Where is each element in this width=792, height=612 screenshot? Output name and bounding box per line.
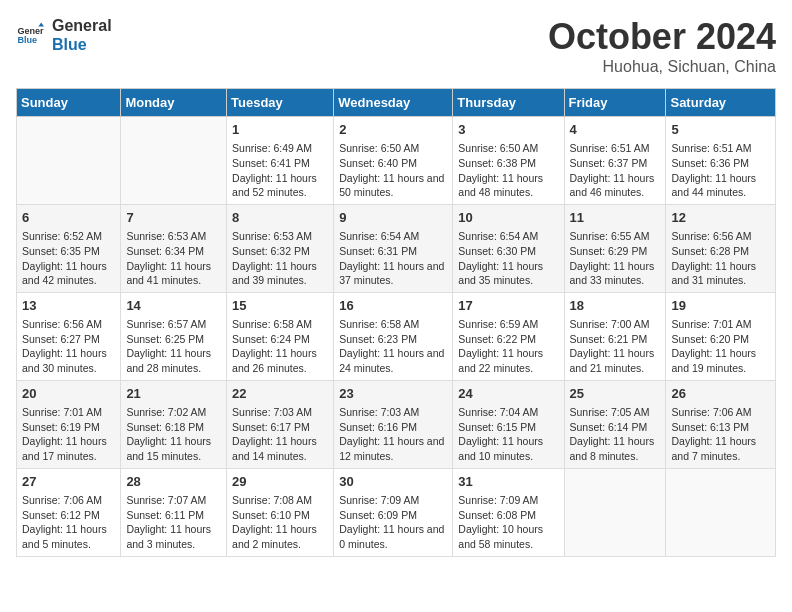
day-number: 10 <box>458 209 558 227</box>
sunset-text: Sunset: 6:29 PM <box>570 244 661 259</box>
cell-content: Sunrise: 7:06 AMSunset: 6:13 PMDaylight:… <box>671 405 770 464</box>
sunrise-text: Sunrise: 7:06 AM <box>671 405 770 420</box>
daylight-text: Daylight: 10 hours and 58 minutes. <box>458 522 558 551</box>
calendar-cell: 26Sunrise: 7:06 AMSunset: 6:13 PMDayligh… <box>666 380 776 468</box>
daylight-text: Daylight: 11 hours and 37 minutes. <box>339 259 447 288</box>
sunrise-text: Sunrise: 7:00 AM <box>570 317 661 332</box>
cell-content: Sunrise: 6:51 AMSunset: 6:36 PMDaylight:… <box>671 141 770 200</box>
logo-icon: General Blue <box>16 21 44 49</box>
header-row: SundayMondayTuesdayWednesdayThursdayFrid… <box>17 89 776 117</box>
calendar-cell: 18Sunrise: 7:00 AMSunset: 6:21 PMDayligh… <box>564 292 666 380</box>
calendar-cell: 10Sunrise: 6:54 AMSunset: 6:30 PMDayligh… <box>453 204 564 292</box>
cell-content: Sunrise: 6:56 AMSunset: 6:27 PMDaylight:… <box>22 317 115 376</box>
sunset-text: Sunset: 6:11 PM <box>126 508 221 523</box>
week-row-3: 13Sunrise: 6:56 AMSunset: 6:27 PMDayligh… <box>17 292 776 380</box>
cell-content: Sunrise: 6:49 AMSunset: 6:41 PMDaylight:… <box>232 141 328 200</box>
sunrise-text: Sunrise: 7:08 AM <box>232 493 328 508</box>
cell-content: Sunrise: 6:58 AMSunset: 6:24 PMDaylight:… <box>232 317 328 376</box>
sunset-text: Sunset: 6:35 PM <box>22 244 115 259</box>
sunset-text: Sunset: 6:22 PM <box>458 332 558 347</box>
cell-content: Sunrise: 7:05 AMSunset: 6:14 PMDaylight:… <box>570 405 661 464</box>
sunset-text: Sunset: 6:25 PM <box>126 332 221 347</box>
daylight-text: Daylight: 11 hours and 0 minutes. <box>339 522 447 551</box>
sunset-text: Sunset: 6:28 PM <box>671 244 770 259</box>
cell-content: Sunrise: 6:54 AMSunset: 6:30 PMDaylight:… <box>458 229 558 288</box>
day-number: 19 <box>671 297 770 315</box>
day-header-saturday: Saturday <box>666 89 776 117</box>
location: Huohua, Sichuan, China <box>548 58 776 76</box>
cell-content: Sunrise: 6:50 AMSunset: 6:40 PMDaylight:… <box>339 141 447 200</box>
calendar-cell: 24Sunrise: 7:04 AMSunset: 6:15 PMDayligh… <box>453 380 564 468</box>
sunset-text: Sunset: 6:09 PM <box>339 508 447 523</box>
calendar-table: SundayMondayTuesdayWednesdayThursdayFrid… <box>16 88 776 557</box>
sunrise-text: Sunrise: 6:58 AM <box>339 317 447 332</box>
day-number: 12 <box>671 209 770 227</box>
calendar-cell: 15Sunrise: 6:58 AMSunset: 6:24 PMDayligh… <box>227 292 334 380</box>
calendar-cell: 25Sunrise: 7:05 AMSunset: 6:14 PMDayligh… <box>564 380 666 468</box>
calendar-cell <box>17 117 121 205</box>
calendar-cell <box>121 117 227 205</box>
daylight-text: Daylight: 11 hours and 33 minutes. <box>570 259 661 288</box>
calendar-cell: 9Sunrise: 6:54 AMSunset: 6:31 PMDaylight… <box>334 204 453 292</box>
sunset-text: Sunset: 6:13 PM <box>671 420 770 435</box>
daylight-text: Daylight: 11 hours and 46 minutes. <box>570 171 661 200</box>
cell-content: Sunrise: 7:03 AMSunset: 6:17 PMDaylight:… <box>232 405 328 464</box>
day-number: 26 <box>671 385 770 403</box>
sunrise-text: Sunrise: 7:07 AM <box>126 493 221 508</box>
calendar-cell: 30Sunrise: 7:09 AMSunset: 6:09 PMDayligh… <box>334 468 453 556</box>
calendar-cell: 29Sunrise: 7:08 AMSunset: 6:10 PMDayligh… <box>227 468 334 556</box>
month-title: October 2024 <box>548 16 776 58</box>
title-section: October 2024 Huohua, Sichuan, China <box>548 16 776 76</box>
daylight-text: Daylight: 11 hours and 8 minutes. <box>570 434 661 463</box>
cell-content: Sunrise: 7:09 AMSunset: 6:08 PMDaylight:… <box>458 493 558 552</box>
day-header-sunday: Sunday <box>17 89 121 117</box>
calendar-cell: 21Sunrise: 7:02 AMSunset: 6:18 PMDayligh… <box>121 380 227 468</box>
calendar-cell: 3Sunrise: 6:50 AMSunset: 6:38 PMDaylight… <box>453 117 564 205</box>
day-header-monday: Monday <box>121 89 227 117</box>
page-header: General Blue General Blue October 2024 H… <box>16 16 776 76</box>
logo: General Blue General Blue <box>16 16 112 54</box>
calendar-cell: 13Sunrise: 6:56 AMSunset: 6:27 PMDayligh… <box>17 292 121 380</box>
cell-content: Sunrise: 6:58 AMSunset: 6:23 PMDaylight:… <box>339 317 447 376</box>
day-number: 22 <box>232 385 328 403</box>
sunset-text: Sunset: 6:15 PM <box>458 420 558 435</box>
sunrise-text: Sunrise: 6:53 AM <box>126 229 221 244</box>
sunrise-text: Sunrise: 6:55 AM <box>570 229 661 244</box>
logo-line1: General <box>52 16 112 35</box>
sunrise-text: Sunrise: 6:59 AM <box>458 317 558 332</box>
cell-content: Sunrise: 7:04 AMSunset: 6:15 PMDaylight:… <box>458 405 558 464</box>
calendar-cell: 7Sunrise: 6:53 AMSunset: 6:34 PMDaylight… <box>121 204 227 292</box>
daylight-text: Daylight: 11 hours and 39 minutes. <box>232 259 328 288</box>
sunrise-text: Sunrise: 7:01 AM <box>22 405 115 420</box>
daylight-text: Daylight: 11 hours and 12 minutes. <box>339 434 447 463</box>
week-row-2: 6Sunrise: 6:52 AMSunset: 6:35 PMDaylight… <box>17 204 776 292</box>
daylight-text: Daylight: 11 hours and 35 minutes. <box>458 259 558 288</box>
daylight-text: Daylight: 11 hours and 50 minutes. <box>339 171 447 200</box>
calendar-cell: 6Sunrise: 6:52 AMSunset: 6:35 PMDaylight… <box>17 204 121 292</box>
calendar-cell: 31Sunrise: 7:09 AMSunset: 6:08 PMDayligh… <box>453 468 564 556</box>
cell-content: Sunrise: 6:53 AMSunset: 6:32 PMDaylight:… <box>232 229 328 288</box>
cell-content: Sunrise: 7:09 AMSunset: 6:09 PMDaylight:… <box>339 493 447 552</box>
calendar-cell: 20Sunrise: 7:01 AMSunset: 6:19 PMDayligh… <box>17 380 121 468</box>
calendar-cell: 1Sunrise: 6:49 AMSunset: 6:41 PMDaylight… <box>227 117 334 205</box>
calendar-cell: 16Sunrise: 6:58 AMSunset: 6:23 PMDayligh… <box>334 292 453 380</box>
week-row-5: 27Sunrise: 7:06 AMSunset: 6:12 PMDayligh… <box>17 468 776 556</box>
sunset-text: Sunset: 6:21 PM <box>570 332 661 347</box>
sunrise-text: Sunrise: 7:09 AM <box>339 493 447 508</box>
week-row-4: 20Sunrise: 7:01 AMSunset: 6:19 PMDayligh… <box>17 380 776 468</box>
day-number: 9 <box>339 209 447 227</box>
sunset-text: Sunset: 6:12 PM <box>22 508 115 523</box>
sunset-text: Sunset: 6:41 PM <box>232 156 328 171</box>
cell-content: Sunrise: 6:50 AMSunset: 6:38 PMDaylight:… <box>458 141 558 200</box>
calendar-cell: 23Sunrise: 7:03 AMSunset: 6:16 PMDayligh… <box>334 380 453 468</box>
sunset-text: Sunset: 6:08 PM <box>458 508 558 523</box>
day-number: 5 <box>671 121 770 139</box>
logo-line2: Blue <box>52 35 112 54</box>
daylight-text: Daylight: 11 hours and 2 minutes. <box>232 522 328 551</box>
sunrise-text: Sunrise: 7:06 AM <box>22 493 115 508</box>
cell-content: Sunrise: 6:52 AMSunset: 6:35 PMDaylight:… <box>22 229 115 288</box>
day-number: 30 <box>339 473 447 491</box>
daylight-text: Daylight: 11 hours and 5 minutes. <box>22 522 115 551</box>
daylight-text: Daylight: 11 hours and 42 minutes. <box>22 259 115 288</box>
daylight-text: Daylight: 11 hours and 28 minutes. <box>126 346 221 375</box>
